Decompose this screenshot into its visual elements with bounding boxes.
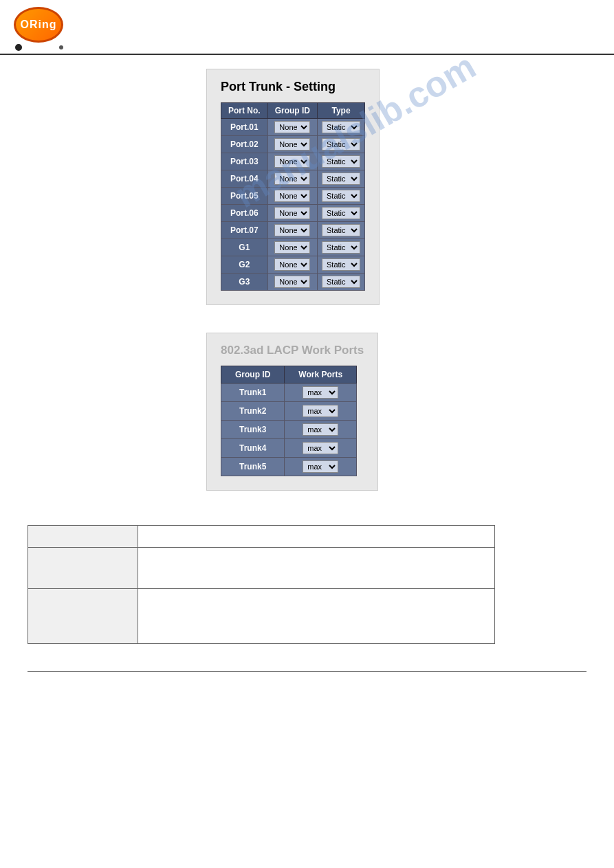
- group-select-3[interactable]: NoneTrunk1Trunk2Trunk3Trunk4Trunk5: [274, 173, 310, 185]
- type-select-1[interactable]: StaticLACP: [322, 138, 360, 151]
- type-select-4[interactable]: StaticLACP: [322, 190, 360, 202]
- lacp-group-0: Trunk1: [221, 383, 285, 402]
- type-select-8[interactable]: StaticLACP: [322, 258, 360, 271]
- port-label-9: G3: [221, 274, 268, 291]
- type-cell-5: StaticLACP: [318, 205, 365, 222]
- group-cell-6: NoneTrunk1Trunk2Trunk3Trunk4Trunk5: [267, 222, 317, 239]
- lacp-ports-select-3[interactable]: max1234: [303, 442, 338, 454]
- group-select-1[interactable]: NoneTrunk1Trunk2Trunk3Trunk4Trunk5: [274, 138, 310, 151]
- panels-row: manualslib.com Port Trunk - Setting Port…: [206, 69, 586, 504]
- type-cell-7: StaticLACP: [318, 239, 365, 256]
- info-table: [28, 525, 495, 644]
- table-row: [28, 548, 495, 589]
- group-select-9[interactable]: NoneTrunk1Trunk2Trunk3Trunk4Trunk5: [274, 276, 310, 288]
- lacp-group-1: Trunk2: [221, 402, 285, 421]
- table-row: [28, 589, 495, 644]
- type-select-9[interactable]: StaticLACP: [322, 276, 360, 288]
- port-trunk-panel-container: manualslib.com Port Trunk - Setting Port…: [206, 69, 380, 319]
- group-cell-1: NoneTrunk1Trunk2Trunk3Trunk4Trunk5: [267, 136, 317, 153]
- header: ORing: [0, 0, 614, 55]
- type-cell-2: StaticLACP: [318, 153, 365, 170]
- port-label-4: Port.05: [221, 188, 268, 205]
- group-cell-2: NoneTrunk1Trunk2Trunk3Trunk4Trunk5: [267, 153, 317, 170]
- type-cell-9: StaticLACP: [318, 274, 365, 291]
- info-section: [28, 525, 586, 644]
- label-cell-1: [28, 526, 138, 548]
- port-trunk-panel: Port Trunk - Setting Port No. Group ID T…: [206, 69, 380, 305]
- lacp-ports-cell-0: max1234: [285, 383, 357, 402]
- port-label-2: Port.03: [221, 153, 268, 170]
- lacp-group-4: Trunk5: [221, 458, 285, 476]
- group-cell-9: NoneTrunk1Trunk2Trunk3Trunk4Trunk5: [267, 274, 317, 291]
- lacp-ports-select-1[interactable]: max1234: [303, 405, 338, 417]
- type-cell-8: StaticLACP: [318, 256, 365, 274]
- col-type: Type: [318, 103, 365, 119]
- type-cell-6: StaticLACP: [318, 222, 365, 239]
- lacp-col-work-ports: Work Ports: [285, 366, 357, 383]
- lacp-table: Group ID Work Ports Trunk1max1234Trunk2m…: [221, 366, 357, 476]
- port-label-8: G2: [221, 256, 268, 274]
- lacp-group-3: Trunk4: [221, 439, 285, 458]
- group-cell-5: NoneTrunk1Trunk2Trunk3Trunk4Trunk5: [267, 205, 317, 222]
- type-cell-0: StaticLACP: [318, 119, 365, 136]
- group-cell-3: NoneTrunk1Trunk2Trunk3Trunk4Trunk5: [267, 170, 317, 188]
- logo-text: ORing: [21, 19, 57, 31]
- lacp-ports-cell-2: max1234: [285, 421, 357, 439]
- group-cell-4: NoneTrunk1Trunk2Trunk3Trunk4Trunk5: [267, 188, 317, 205]
- value-cell-1: [138, 526, 495, 548]
- col-group-id: Group ID: [267, 103, 317, 119]
- type-cell-4: StaticLACP: [318, 188, 365, 205]
- port-label-1: Port.02: [221, 136, 268, 153]
- lacp-ports-select-4[interactable]: max1234: [303, 460, 338, 473]
- lacp-ports-cell-1: max1234: [285, 402, 357, 421]
- group-select-2[interactable]: NoneTrunk1Trunk2Trunk3Trunk4Trunk5: [274, 155, 310, 168]
- port-label-5: Port.06: [221, 205, 268, 222]
- group-cell-8: NoneTrunk1Trunk2Trunk3Trunk4Trunk5: [267, 256, 317, 274]
- lacp-panel: 802.3ad LACP Work Ports Group ID Work Po…: [206, 333, 378, 491]
- port-label-7: G1: [221, 239, 268, 256]
- group-cell-0: NoneTrunk1Trunk2Trunk3Trunk4Trunk5: [267, 119, 317, 136]
- port-label-3: Port.04: [221, 170, 268, 188]
- group-select-0[interactable]: NoneTrunk1Trunk2Trunk3Trunk4Trunk5: [274, 121, 310, 133]
- col-port-no: Port No.: [221, 103, 268, 119]
- type-select-7[interactable]: StaticLACP: [322, 241, 360, 254]
- port-trunk-table: Port No. Group ID Type Port.01NoneTrunk1…: [221, 102, 365, 291]
- group-select-8[interactable]: NoneTrunk1Trunk2Trunk3Trunk4Trunk5: [274, 258, 310, 271]
- lacp-ports-cell-3: max1234: [285, 439, 357, 458]
- logo-dot-left: [15, 44, 22, 51]
- lacp-ports-cell-4: max1234: [285, 458, 357, 476]
- lacp-title: 802.3ad LACP Work Ports: [221, 344, 364, 357]
- group-select-5[interactable]: NoneTrunk1Trunk2Trunk3Trunk4Trunk5: [274, 207, 310, 219]
- main-content: manualslib.com Port Trunk - Setting Port…: [0, 55, 614, 658]
- type-cell-3: StaticLACP: [318, 170, 365, 188]
- table-row: [28, 526, 495, 548]
- footer-line: [28, 671, 586, 672]
- port-label-0: Port.01: [221, 119, 268, 136]
- group-cell-7: NoneTrunk1Trunk2Trunk3Trunk4Trunk5: [267, 239, 317, 256]
- port-trunk-title: Port Trunk - Setting: [221, 80, 365, 94]
- value-cell-2: [138, 548, 495, 589]
- lacp-ports-select-2[interactable]: max1234: [303, 423, 338, 436]
- group-select-6[interactable]: NoneTrunk1Trunk2Trunk3Trunk4Trunk5: [274, 224, 310, 236]
- lacp-ports-select-0[interactable]: max1234: [303, 386, 338, 399]
- port-label-6: Port.07: [221, 222, 268, 239]
- logo-container: ORing: [14, 7, 69, 48]
- group-select-7[interactable]: NoneTrunk1Trunk2Trunk3Trunk4Trunk5: [274, 241, 310, 254]
- type-select-0[interactable]: StaticLACP: [322, 121, 360, 133]
- logo-dot-right: [59, 45, 63, 49]
- type-select-2[interactable]: StaticLACP: [322, 155, 360, 168]
- lacp-group-2: Trunk3: [221, 421, 285, 439]
- label-cell-3: [28, 589, 138, 644]
- type-select-5[interactable]: StaticLACP: [322, 207, 360, 219]
- type-select-6[interactable]: StaticLACP: [322, 224, 360, 236]
- type-select-3[interactable]: StaticLACP: [322, 173, 360, 185]
- lacp-col-group-id: Group ID: [221, 366, 285, 383]
- group-select-4[interactable]: NoneTrunk1Trunk2Trunk3Trunk4Trunk5: [274, 190, 310, 202]
- logo-oval: ORing: [14, 7, 63, 43]
- type-cell-1: StaticLACP: [318, 136, 365, 153]
- value-cell-3: [138, 589, 495, 644]
- label-cell-2: [28, 548, 138, 589]
